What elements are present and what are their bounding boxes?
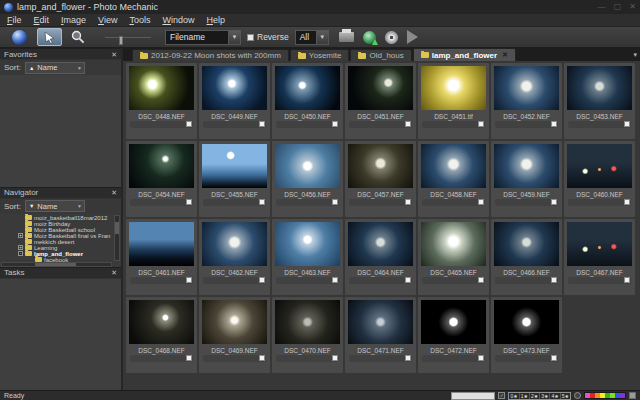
menu-edit[interactable]: Edit [34, 15, 50, 25]
combo-arrow-icon[interactable]: ▼ [77, 65, 82, 71]
rating-filter-button[interactable]: 4★ [550, 393, 560, 399]
thumbnail-image[interactable] [275, 66, 340, 110]
tag-checkbox[interactable] [478, 199, 484, 205]
minimize-button[interactable]: — [598, 3, 606, 11]
thumbnail-image[interactable] [494, 300, 559, 344]
favorites-sort-combo[interactable]: ▲ Name ▼ [25, 62, 85, 74]
navigator-sort-combo[interactable]: ▼ Name ▼ [25, 200, 85, 212]
thumbnail-image[interactable] [275, 144, 340, 188]
thumbnail-cell[interactable]: DSC_0465.NEF [418, 219, 489, 295]
tag-checkbox[interactable] [405, 277, 411, 283]
rating-filter-button[interactable]: 5★ [561, 393, 570, 399]
upload-button[interactable] [363, 31, 376, 44]
tab-yosemite[interactable]: Yosemite [290, 49, 350, 61]
thumbnail-cell[interactable]: DSC_0466.NEF [491, 219, 562, 295]
tag-checkbox[interactable] [186, 355, 192, 361]
tag-checkbox[interactable] [332, 121, 338, 127]
slider-thumb[interactable] [119, 36, 123, 45]
rating-filter-button[interactable]: 1★ [520, 393, 530, 399]
menu-window[interactable]: Window [162, 15, 194, 25]
rating-filter-toggle-icon[interactable]: ✓ [498, 392, 505, 399]
thumbnail-cell[interactable]: DSC_0471.NEF [345, 297, 416, 373]
thumbnail-image[interactable] [275, 300, 340, 344]
color-class-swatch[interactable] [620, 393, 625, 398]
tag-checkbox[interactable] [624, 199, 630, 205]
thumbnail-cell[interactable]: DSC_0464.NEF [345, 219, 416, 295]
thumbnail-image[interactable] [421, 222, 486, 266]
thumbnail-image[interactable] [421, 300, 486, 344]
sort-order-combo[interactable]: Filename ▼ [165, 30, 241, 45]
thumbnail-cell[interactable]: DSC_0461.NEF [126, 219, 197, 295]
thumbnail-image[interactable] [494, 222, 559, 266]
tag-checkbox[interactable] [259, 277, 265, 283]
tag-checkbox[interactable] [478, 355, 484, 361]
burn-disc-button[interactable] [385, 31, 398, 44]
thumbnail-image[interactable] [567, 144, 632, 188]
tag-checkbox[interactable] [259, 355, 265, 361]
thumbnail-cell[interactable]: DSC_0469.NEF [199, 297, 270, 373]
thumbnail-cell[interactable]: DSC_0450.NEF [272, 63, 343, 139]
rating-filter-button[interactable]: 2★ [530, 393, 540, 399]
print-button[interactable] [339, 32, 354, 42]
tag-checkbox[interactable] [332, 277, 338, 283]
thumbnail-cell[interactable]: DSC_0458.NEF [418, 141, 489, 217]
thumbnail-image[interactable] [129, 66, 194, 110]
tab-old-hous[interactable]: Old_hous [350, 49, 411, 61]
tree-expander-icon[interactable]: + [18, 233, 23, 238]
color-filter-toggle-icon[interactable] [574, 392, 581, 399]
menu-file[interactable]: File [7, 15, 22, 25]
thumbnail-cell[interactable]: DSC_0449.NEF [199, 63, 270, 139]
thumbnail-image[interactable] [421, 144, 486, 188]
thumbnail-cell[interactable]: DSC_0463.NEF [272, 219, 343, 295]
thumbnail-image[interactable] [202, 66, 267, 110]
reverse-checkbox[interactable] [247, 34, 254, 41]
thumbnail-image[interactable] [348, 222, 413, 266]
thumbnail-image[interactable] [348, 300, 413, 344]
thumbnail-image[interactable] [494, 144, 559, 188]
tag-checkbox[interactable] [259, 121, 265, 127]
thumbnail-cell[interactable]: DSC_0454.NEF [126, 141, 197, 217]
tab-close-icon[interactable]: ✕ [502, 51, 508, 59]
thumbnail-cell[interactable]: DSC_0457.NEF [345, 141, 416, 217]
combo-arrow-icon[interactable]: ▼ [228, 31, 240, 44]
no-color-class-swatch[interactable] [629, 392, 636, 399]
tree-vertical-scrollbar[interactable] [114, 215, 120, 261]
thumbnail-image[interactable] [567, 66, 632, 110]
tab-2012-09-22-moon-shots-with-200mm[interactable]: 2012-09-22 Moon shots with 200mm [132, 49, 289, 61]
tag-checkbox[interactable] [551, 199, 557, 205]
tag-checkbox[interactable] [186, 121, 192, 127]
combo-arrow-icon[interactable]: ▼ [77, 203, 82, 209]
tag-checkbox[interactable] [551, 121, 557, 127]
thumbnail-image[interactable] [421, 66, 486, 110]
scrollbar-thumb[interactable] [115, 222, 119, 234]
tag-checkbox[interactable] [186, 199, 192, 205]
tag-checkbox[interactable] [405, 199, 411, 205]
maximize-button[interactable]: ▢ [614, 3, 622, 11]
combo-arrow-icon[interactable]: ▼ [316, 31, 328, 44]
thumbnail-cell[interactable]: DSC_0472.NEF [418, 297, 489, 373]
thumbnail-cell[interactable]: DSC_0453.NEF [564, 63, 635, 139]
color-sphere-icon[interactable] [12, 30, 27, 45]
menu-tools[interactable]: Tools [129, 15, 150, 25]
favorites-list-area[interactable] [0, 75, 121, 187]
thumbnail-image[interactable] [129, 144, 194, 188]
tasks-list-area[interactable] [0, 279, 121, 391]
tab-lamp-and-flower[interactable]: lamp_and_flower ✕ [413, 48, 516, 61]
tag-checkbox[interactable] [332, 355, 338, 361]
tag-checkbox[interactable] [405, 355, 411, 361]
thumbnail-cell[interactable]: DSC_0459.NEF [491, 141, 562, 217]
menu-view[interactable]: View [98, 15, 117, 25]
thumbnail-cell[interactable]: DSC_0448.NEF [126, 63, 197, 139]
view-filter-combo[interactable]: All ▼ [295, 30, 329, 45]
rating-filter-button[interactable]: 3★ [540, 393, 550, 399]
tag-checkbox[interactable] [259, 199, 265, 205]
close-button[interactable]: ✕ [629, 3, 636, 11]
tab-overflow-icon[interactable]: ▾ [633, 51, 637, 59]
tag-checkbox[interactable] [478, 121, 484, 127]
scrollbar-thumb[interactable] [35, 263, 76, 266]
favorites-close-icon[interactable]: ✕ [111, 51, 117, 58]
slideshow-button[interactable] [407, 30, 418, 44]
thumbnail-cell[interactable]: DSC_0460.NEF [564, 141, 635, 217]
thumbnail-cell[interactable]: DSC_0455.NEF [199, 141, 270, 217]
tag-checkbox[interactable] [478, 277, 484, 283]
